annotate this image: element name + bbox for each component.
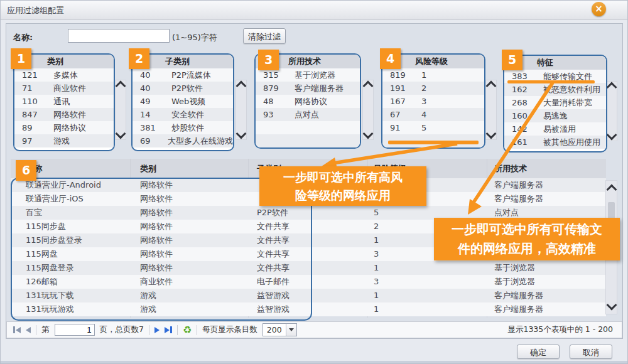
list-item-count: 69 bbox=[133, 134, 161, 147]
list-item[interactable]: 162被恶意软件利用 bbox=[504, 83, 606, 96]
divider bbox=[177, 325, 178, 335]
list-scrollbar[interactable] bbox=[485, 80, 497, 140]
list-item-count: 14 bbox=[133, 108, 165, 121]
scroll-up-icon[interactable] bbox=[606, 185, 617, 195]
list-item[interactable]: 121多媒体 bbox=[14, 68, 114, 82]
list-item[interactable]: 14安全软件 bbox=[133, 108, 233, 121]
list-item-label: P2P流媒体 bbox=[165, 68, 211, 82]
next-page-button[interactable] bbox=[154, 327, 160, 333]
list-item[interactable]: 674 bbox=[382, 108, 484, 121]
list-item[interactable]: 915 bbox=[382, 121, 484, 134]
scroll-down-icon[interactable] bbox=[607, 130, 617, 141]
first-page-button[interactable] bbox=[13, 326, 21, 333]
list-item-label: P2P软件 bbox=[165, 82, 203, 95]
list-item-label: 5 bbox=[415, 121, 426, 134]
table-row[interactable]: 131玩玩游戏游戏益智游戏1客户端服务器 bbox=[11, 302, 606, 316]
scroll-down-icon[interactable] bbox=[236, 129, 247, 139]
close-button[interactable]: × bbox=[592, 2, 606, 16]
scroll-up-icon[interactable] bbox=[236, 81, 247, 92]
list-item bbox=[256, 121, 360, 134]
list-item[interactable]: 89网络协议 bbox=[14, 121, 114, 134]
list-item[interactable]: 71商业软件 bbox=[14, 82, 114, 95]
list-item-count: 191 bbox=[382, 82, 415, 95]
table-row[interactable]: 126邮箱商业软件电子邮件3基于浏览器 bbox=[11, 275, 606, 289]
list-item[interactable]: 93点对点 bbox=[256, 108, 360, 121]
app-filter-group-dialog: 应用过滤组配置 × 名称: (1~95)字符 清除过滤 类别 121多媒体 71… bbox=[0, 0, 628, 364]
scroll-down-icon[interactable] bbox=[606, 300, 617, 311]
list-item[interactable]: 381炒股软件 bbox=[133, 121, 233, 134]
list-item-label: 被其他应用使用 bbox=[537, 136, 600, 149]
list-item[interactable]: 48网络协议 bbox=[256, 95, 360, 108]
list-item[interactable]: 110通讯 bbox=[14, 95, 114, 108]
list-item-count: 89 bbox=[14, 121, 47, 134]
per-page-label: 每页显示条目数 bbox=[202, 324, 257, 335]
per-page-select[interactable]: 200 bbox=[263, 323, 297, 336]
dropdown-arrow-icon[interactable] bbox=[286, 324, 296, 336]
callout-badge-6: 6 bbox=[16, 160, 36, 181]
list-item[interactable]: 383能够传输文件 bbox=[504, 70, 606, 83]
list-item[interactable]: 69大型多人在线游戏 bbox=[133, 134, 233, 147]
table-header-technology: 所用技术 bbox=[494, 163, 527, 174]
callout-badge-4: 4 bbox=[380, 48, 401, 69]
list-item-label: 被恶意软件利用 bbox=[537, 83, 600, 96]
last-page-button[interactable] bbox=[165, 326, 172, 333]
cancel-button[interactable]: 取消 bbox=[570, 345, 612, 359]
clear-filter-button[interactable]: 清除过滤 bbox=[243, 28, 286, 44]
list-item-label: 点对点 bbox=[288, 108, 319, 121]
list-item[interactable]: 40P2P流媒体 bbox=[133, 68, 233, 82]
list-item[interactable]: 97游戏 bbox=[14, 134, 114, 147]
list-item-label: 网络协议 bbox=[47, 121, 86, 134]
list-item-count: 67 bbox=[382, 108, 415, 121]
table-row[interactable]: 131玩玩下载游戏益智游戏1客户端服务器 bbox=[11, 289, 606, 302]
page-number-input[interactable] bbox=[55, 324, 95, 336]
list-scrollbar[interactable] bbox=[362, 80, 374, 140]
scroll-down-icon[interactable] bbox=[363, 129, 374, 139]
scroll-up-icon[interactable] bbox=[607, 82, 617, 93]
list-scrollbar[interactable] bbox=[115, 80, 126, 140]
list-item[interactable]: 1673 bbox=[382, 95, 484, 108]
list-item-count: 97 bbox=[14, 134, 47, 147]
list-scrollbar[interactable] bbox=[606, 81, 617, 141]
list-item-count: 162 bbox=[504, 83, 537, 96]
scroll-down-icon[interactable] bbox=[116, 129, 126, 139]
list-item-label: 通讯 bbox=[47, 95, 70, 108]
page-label-prefix: 第 bbox=[41, 324, 50, 335]
list-item-count: 40 bbox=[133, 82, 165, 95]
list-item-label: Web视频 bbox=[165, 95, 205, 108]
refresh-icon[interactable]: ♻ bbox=[183, 325, 192, 335]
prev-page-button[interactable] bbox=[26, 327, 31, 333]
list-item-count: 879 bbox=[256, 82, 288, 95]
name-input[interactable] bbox=[68, 29, 170, 43]
list-item[interactable]: 268大量消耗带宽 bbox=[504, 96, 606, 109]
list-scrollbar[interactable] bbox=[236, 80, 247, 140]
list-item[interactable]: 847网络软件 bbox=[14, 108, 114, 121]
list-item[interactable]: 40P2P软件 bbox=[133, 82, 233, 95]
list-item[interactable]: 49Web视频 bbox=[133, 95, 233, 108]
pagination-bar: 第 页，总页数7 ♻ 每页显示条目数 200 显示1335个表项中的 1 - 2… bbox=[6, 321, 622, 338]
scroll-up-icon[interactable] bbox=[486, 81, 497, 92]
callout-badge-5: 5 bbox=[502, 50, 522, 70]
list-item[interactable]: 315基于浏览器 bbox=[256, 68, 360, 82]
table-row[interactable]: 115网盘登录网络软件文件共享1基于浏览器 bbox=[11, 261, 606, 275]
list-item[interactable]: 161被其他应用使用 bbox=[504, 136, 606, 149]
divider bbox=[197, 325, 197, 335]
ok-button[interactable]: 确定 bbox=[517, 345, 560, 359]
list-item[interactable]: 142易被滥用 bbox=[504, 122, 606, 136]
list-item-label: 2 bbox=[415, 82, 426, 95]
list-item-count: 49 bbox=[133, 95, 165, 108]
scroll-down-icon[interactable] bbox=[486, 129, 497, 139]
list-item[interactable]: 1912 bbox=[382, 82, 484, 95]
table-header-category: 类别 bbox=[140, 163, 156, 174]
list-item-label: 游戏 bbox=[47, 134, 70, 147]
list-item[interactable]: 8191 bbox=[382, 68, 484, 82]
list-item-label: 大型多人在线游戏 bbox=[161, 134, 233, 147]
name-label: 名称: bbox=[13, 32, 33, 43]
scroll-up-icon[interactable] bbox=[363, 81, 374, 92]
list-item-label: 炒股软件 bbox=[165, 121, 204, 134]
list-item-count: 142 bbox=[504, 122, 537, 136]
list-item[interactable]: 160易逃逸 bbox=[504, 109, 606, 122]
scroll-up-icon[interactable] bbox=[116, 81, 126, 92]
per-page-value: 200 bbox=[263, 325, 286, 335]
list-item[interactable]: 879客户端服务器 bbox=[256, 82, 360, 95]
divider bbox=[36, 325, 36, 335]
